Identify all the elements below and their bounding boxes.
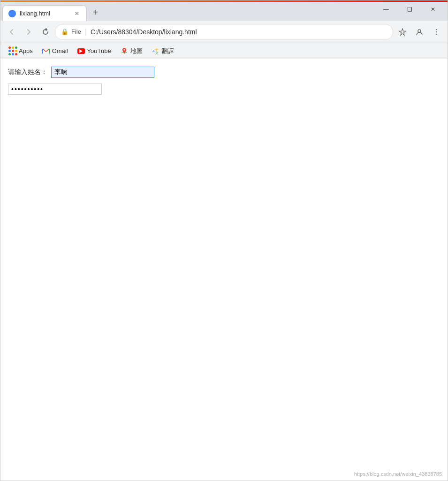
bookmarks-bar: Apps Gmail YouTube [0,43,448,59]
browser-window: lixiang.html ✕ + — ❑ ✕ 🔒 File | [0,0,448,481]
tab-area: lixiang.html ✕ + [0,2,375,21]
page-content: 请输入姓名： https://blog.csdn.net/weixin_4383… [0,59,448,481]
bookmark-apps[interactable]: Apps [5,46,37,57]
bookmark-star-button[interactable] [395,24,410,39]
maps-icon [121,47,128,55]
file-label: File [71,28,81,35]
youtube-icon [77,47,85,55]
svg-point-4 [436,33,437,34]
bookmark-youtube[interactable]: YouTube [74,46,115,57]
window-controls: — ❑ ✕ [375,0,448,21]
bookmark-maps-label: 地圖 [130,47,143,55]
svg-point-3 [436,31,437,32]
svg-point-1 [418,30,421,32]
watermark: https://blog.csdn.net/weixin_43838785 [354,471,442,477]
bookmark-gmail[interactable]: Gmail [38,46,72,57]
chrome-menu-button[interactable] [429,24,444,39]
name-label: 请输入姓名： [8,68,47,76]
profile-button[interactable] [412,24,427,39]
bookmark-maps[interactable]: 地圖 [117,45,146,57]
active-tab[interactable]: lixiang.html ✕ [2,5,87,21]
gmail-icon [42,47,50,55]
translate-icon: A 文 [152,47,159,55]
tab-favicon [8,10,16,17]
address-bar[interactable]: 🔒 File | [55,24,393,40]
password-row [8,84,440,95]
maximize-button[interactable]: ❑ [399,2,420,17]
bookmark-youtube-label: YouTube [87,47,111,54]
tab-close-button[interactable]: ✕ [73,10,81,17]
forward-button[interactable] [21,24,36,39]
svg-point-2 [436,29,437,30]
address-separator: | [85,28,87,36]
new-tab-button[interactable]: + [89,6,102,19]
password-input[interactable] [8,84,102,95]
svg-point-0 [10,11,15,16]
svg-point-5 [123,49,125,50]
back-button[interactable] [4,24,19,39]
svg-text:A: A [152,49,155,53]
bookmark-translate[interactable]: A 文 翻譯 [148,45,178,57]
svg-text:文: 文 [155,51,159,54]
address-input[interactable] [91,28,387,36]
titlebar: lixiang.html ✕ + — ❑ ✕ [0,2,448,21]
toolbar: 🔒 File | [0,21,448,43]
bookmark-translate-label: 翻譯 [162,47,174,55]
bookmark-apps-label: Apps [19,47,33,54]
reload-button[interactable] [38,24,53,39]
tab-title: lixiang.html [20,10,69,17]
apps-grid-icon [9,47,16,55]
close-button[interactable]: ✕ [422,2,444,17]
name-input[interactable] [51,67,154,78]
name-row: 请输入姓名： [8,67,440,78]
minimize-button[interactable]: — [375,2,397,17]
bookmark-gmail-label: Gmail [52,47,68,54]
lock-icon: 🔒 [61,28,68,35]
